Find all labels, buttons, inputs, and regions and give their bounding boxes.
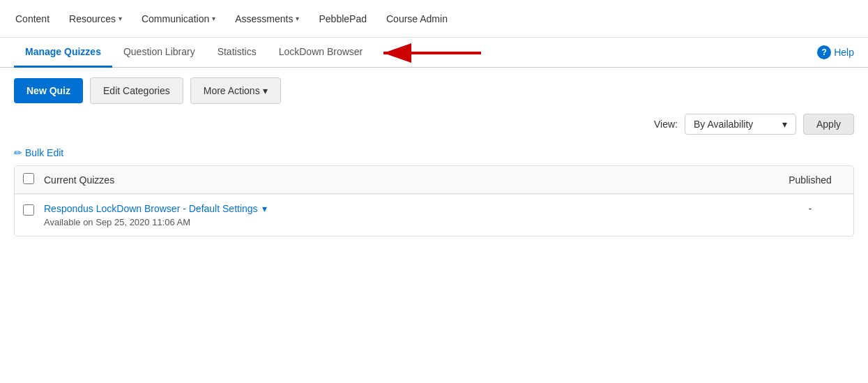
- quiz-subtitle: Available on Sep 25, 2020 11:06 AM: [44, 217, 775, 227]
- help-button[interactable]: ? Help: [817, 45, 854, 59]
- action-bar: New Quiz Edit Categories More Actions ▾: [0, 68, 868, 114]
- quiz-published-value: -: [775, 203, 845, 214]
- tab-bar: Manage Quizzes Question Library Statisti…: [0, 38, 868, 68]
- nav-resources[interactable]: Resources ▾: [68, 10, 123, 27]
- tab-statistics[interactable]: Statistics: [206, 38, 268, 68]
- table-header: Current Quizzes Published: [15, 166, 853, 194]
- nav-pebblepad[interactable]: PebblePad: [317, 10, 368, 27]
- select-all-checkbox[interactable]: [23, 173, 34, 184]
- row-checkbox-cell: [23, 203, 44, 218]
- nav-assessments[interactable]: Assessments ▾: [234, 10, 300, 27]
- assessments-chevron-icon: ▾: [296, 15, 299, 22]
- nav-communication[interactable]: Communication ▾: [140, 10, 217, 27]
- quiz-title-link[interactable]: Respondus LockDown Browser - Default Set…: [44, 203, 775, 214]
- top-navigation: Content Resources ▾ Communication ▾ Asse…: [0, 0, 868, 38]
- edit-categories-button[interactable]: Edit Categories: [90, 77, 183, 104]
- view-label: View:: [654, 119, 678, 130]
- help-icon: ?: [817, 45, 831, 59]
- more-actions-button[interactable]: More Actions ▾: [190, 77, 281, 104]
- bulk-edit-button[interactable]: ✏ Bulk Edit: [14, 147, 63, 158]
- help-label: Help: [834, 47, 854, 58]
- apply-button[interactable]: Apply: [803, 114, 854, 135]
- pencil-icon: ✏: [14, 147, 22, 158]
- new-quiz-button[interactable]: New Quiz: [14, 78, 83, 103]
- tab-bar-right: ? Help: [817, 38, 854, 66]
- tab-bar-left: Manage Quizzes Question Library Statisti…: [14, 38, 374, 67]
- table-header-title: Current Quizzes: [44, 174, 775, 186]
- nav-content[interactable]: Content: [14, 10, 51, 27]
- bulk-edit-bar: ✏ Bulk Edit: [0, 142, 868, 165]
- bulk-edit-label: Bulk Edit: [25, 147, 63, 158]
- table-row: Respondus LockDown Browser - Default Set…: [15, 194, 853, 236]
- view-select-value: By Availability: [694, 119, 753, 130]
- table-header-published: Published: [775, 174, 845, 186]
- nav-course-admin[interactable]: Course Admin: [385, 10, 449, 27]
- resources-chevron-icon: ▾: [119, 15, 122, 22]
- view-select-chevron-icon: ▾: [782, 119, 787, 130]
- tab-manage-quizzes[interactable]: Manage Quizzes: [14, 38, 112, 68]
- quiz-title-chevron-icon: ▾: [262, 203, 267, 214]
- row-content: Respondus LockDown Browser - Default Set…: [44, 203, 775, 227]
- row-checkbox[interactable]: [23, 204, 34, 216]
- communication-chevron-icon: ▾: [212, 15, 215, 22]
- quiz-table: Current Quizzes Published Respondus Lock…: [14, 165, 854, 236]
- view-bar: View: By Availability ▾ Apply: [0, 114, 868, 142]
- tab-question-library[interactable]: Question Library: [112, 38, 206, 68]
- more-actions-chevron-icon: ▾: [263, 85, 268, 96]
- tab-bar-container: Manage Quizzes Question Library Statisti…: [0, 38, 868, 68]
- header-checkbox-cell: [23, 173, 44, 186]
- view-select[interactable]: By Availability ▾: [685, 114, 796, 135]
- tab-lockdown-browser[interactable]: LockDown Browser: [268, 38, 374, 68]
